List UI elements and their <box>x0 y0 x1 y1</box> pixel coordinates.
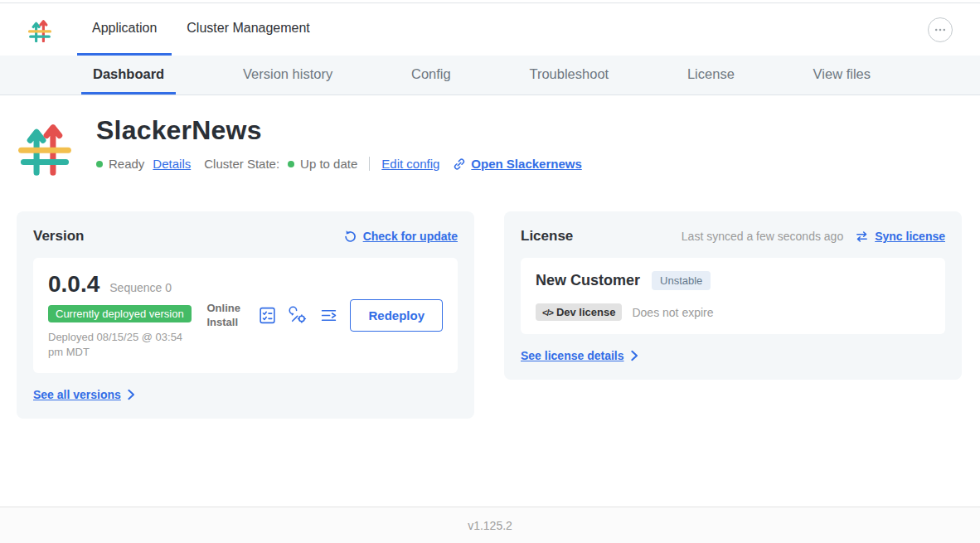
ready-status-dot <box>96 161 103 167</box>
main-content: SlackerNews Ready Details Cluster State:… <box>0 95 980 419</box>
slackernews-logo-icon <box>27 17 52 42</box>
app-icon <box>17 117 73 177</box>
sync-license-link[interactable]: Sync license <box>875 230 945 243</box>
edit-config-icon[interactable] <box>289 306 308 325</box>
app-status-row: Ready Details Cluster State: Up to date … <box>96 157 582 171</box>
edit-config-link[interactable]: Edit config <box>381 157 439 171</box>
version-card-title: Version <box>33 228 84 245</box>
version-actions: Online Install <box>206 299 443 332</box>
refresh-icon <box>343 230 357 244</box>
open-app-label: Open Slackernews <box>471 157 581 171</box>
see-license-details-label: See license details <box>521 349 624 362</box>
license-details-panel: New Customer Unstable </> Dev license Do… <box>521 258 945 334</box>
ellipsis-icon <box>932 22 948 38</box>
deployed-version-badge: Currently deployed version <box>48 305 192 322</box>
app-footer: v1.125.2 <box>0 507 980 543</box>
deployed-timestamp: Deployed 08/15/25 @ 03:54 pm MDT <box>48 330 189 360</box>
chevron-right-icon <box>127 389 135 400</box>
license-type-badge: </> Dev license <box>536 303 622 321</box>
see-all-versions-label: See all versions <box>33 388 121 401</box>
app-sub-navigation: Dashboard Version history Config Trouble… <box>0 56 980 95</box>
license-type-label: Dev license <box>556 306 616 318</box>
nav-logo[interactable] <box>27 3 52 56</box>
cluster-state-label: Cluster State: <box>204 157 279 171</box>
details-link[interactable]: Details <box>153 157 191 171</box>
current-version-info: 0.0.4 Sequence 0 Currently deployed vers… <box>48 271 192 360</box>
app-header: SlackerNews Ready Details Cluster State:… <box>17 115 962 177</box>
cluster-state-dot <box>288 161 294 167</box>
tab-license[interactable]: License <box>676 56 746 95</box>
last-synced-label: Last synced a few seconds ago <box>682 230 843 243</box>
current-version-panel: 0.0.4 Sequence 0 Currently deployed vers… <box>33 258 458 373</box>
customer-name: New Customer <box>536 272 640 289</box>
ready-status-label: Ready <box>109 157 144 171</box>
console-version: v1.125.2 <box>468 519 512 532</box>
license-card-title: License <box>521 228 573 245</box>
tab-troubleshoot[interactable]: Troubleshoot <box>517 56 620 95</box>
tab-view-files[interactable]: View files <box>802 56 882 95</box>
version-card: Version Check for update 0.0.4 Sequ <box>17 211 474 419</box>
see-license-details-link[interactable]: See license details <box>521 349 638 362</box>
tab-config[interactable]: Config <box>400 56 463 95</box>
license-card: License Last synced a few seconds ago Sy… <box>504 211 962 380</box>
tab-dashboard[interactable]: Dashboard <box>81 56 176 95</box>
link-icon <box>453 158 466 171</box>
install-type-label: Online Install <box>206 302 248 329</box>
cluster-state-value: Up to date <box>300 157 357 171</box>
overflow-menu-button[interactable] <box>928 17 953 42</box>
chevron-right-icon <box>630 350 638 361</box>
deploy-logs-icon[interactable] <box>319 306 338 325</box>
redeploy-button[interactable]: Redeploy <box>350 299 443 332</box>
version-sequence: Sequence 0 <box>109 281 172 294</box>
preflight-checks-icon[interactable] <box>258 306 277 325</box>
topnav-tab-application[interactable]: Application <box>77 3 172 56</box>
license-expiry: Does not expire <box>632 306 713 319</box>
topnav-tab-cluster-management[interactable]: Cluster Management <box>172 3 325 56</box>
dashboard-cards: Version Check for update 0.0.4 Sequ <box>17 211 962 419</box>
sync-icon <box>855 230 869 244</box>
version-number: 0.0.4 <box>48 271 99 298</box>
code-icon: </> <box>542 308 553 318</box>
page-title: SlackerNews <box>96 115 582 146</box>
top-navigation: Application Cluster Management <box>0 3 980 56</box>
channel-badge: Unstable <box>652 271 711 290</box>
check-for-update-link[interactable]: Check for update <box>363 230 458 243</box>
tab-version-history[interactable]: Version history <box>231 56 344 95</box>
see-all-versions-link[interactable]: See all versions <box>33 388 135 401</box>
open-app-link[interactable]: Open Slackernews <box>453 157 581 171</box>
status-divider <box>369 157 370 171</box>
